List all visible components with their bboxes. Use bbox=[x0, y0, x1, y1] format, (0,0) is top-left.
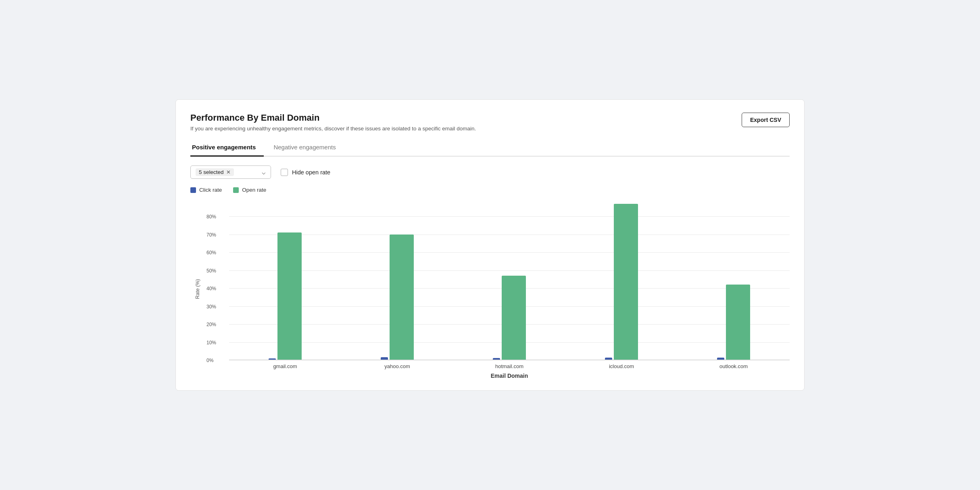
domain-dropdown[interactable]: 5 selected ✕ ⌵ bbox=[190, 165, 271, 179]
bar-group bbox=[693, 199, 774, 360]
grid-label: 30% bbox=[206, 304, 216, 310]
hide-open-rate-checkbox[interactable] bbox=[281, 169, 288, 176]
bar-pair bbox=[605, 199, 638, 360]
open-rate-bar bbox=[614, 204, 638, 360]
baseline bbox=[229, 360, 790, 360]
open-rate-label: Open rate bbox=[242, 187, 266, 193]
bars-row bbox=[229, 199, 790, 360]
grid-label: 0% bbox=[206, 358, 213, 363]
chart-legend: Click rate Open rate bbox=[190, 187, 790, 193]
card-title: Performance By Email Domain bbox=[190, 113, 476, 123]
grid-line: 0% bbox=[229, 360, 790, 360]
open-rate-bar bbox=[277, 232, 302, 360]
open-rate-bar bbox=[726, 285, 750, 360]
x-axis-domain-label: yahoo.com bbox=[341, 363, 453, 369]
bar-group bbox=[245, 199, 325, 360]
bar-pair bbox=[381, 199, 414, 360]
chart-inner: 80%70%60%50%40%30%20%10%0% gmail.comyaho… bbox=[205, 199, 790, 379]
selected-badge: 5 selected ✕ bbox=[196, 168, 234, 176]
y-axis-label: Rate (%) bbox=[195, 279, 200, 299]
bar-group bbox=[581, 199, 662, 360]
hide-open-rate-toggle[interactable]: Hide open rate bbox=[281, 169, 330, 176]
performance-card: Performance By Email Domain If you are e… bbox=[175, 99, 805, 391]
x-axis-domain-label: icloud.com bbox=[565, 363, 678, 369]
grid-label: 80% bbox=[206, 214, 216, 220]
hide-open-rate-label: Hide open rate bbox=[292, 169, 330, 176]
bar-group bbox=[469, 199, 550, 360]
controls-row: 5 selected ✕ ⌵ Hide open rate bbox=[190, 165, 790, 179]
export-csv-button[interactable]: Export CSV bbox=[742, 113, 790, 127]
grid-label: 20% bbox=[206, 322, 216, 327]
clear-selection-icon[interactable]: ✕ bbox=[226, 169, 231, 175]
card-title-area: Performance By Email Domain If you are e… bbox=[190, 113, 476, 132]
click-rate-color-swatch bbox=[190, 187, 196, 193]
open-rate-color-swatch bbox=[233, 187, 239, 193]
card-subtitle: If you are experiencing unhealthy engage… bbox=[190, 126, 476, 132]
bar-group bbox=[357, 199, 438, 360]
x-axis-domain-label: hotmail.com bbox=[453, 363, 565, 369]
bar-pair bbox=[493, 199, 526, 360]
chart-area: Rate (%) 80%70%60%50%40%30%20%10%0% gmai… bbox=[190, 199, 790, 379]
x-axis: gmail.comyahoo.comhotmail.comicloud.como… bbox=[205, 363, 790, 369]
open-rate-bar bbox=[502, 276, 526, 360]
card-header: Performance By Email Domain If you are e… bbox=[190, 113, 790, 132]
bar-pair bbox=[717, 199, 750, 360]
selected-count: 5 selected bbox=[199, 169, 224, 175]
grid-label: 60% bbox=[206, 250, 216, 255]
x-axis-domain-label: outlook.com bbox=[678, 363, 790, 369]
grid-label: 40% bbox=[206, 286, 216, 291]
tab-positive-engagements[interactable]: Positive engagements bbox=[190, 140, 264, 157]
legend-open-rate: Open rate bbox=[233, 187, 266, 193]
click-rate-label: Click rate bbox=[199, 187, 222, 193]
x-axis-title: Email Domain bbox=[205, 373, 790, 379]
grid-label: 10% bbox=[206, 340, 216, 346]
legend-click-rate: Click rate bbox=[190, 187, 222, 193]
grid-and-bars: 80%70%60%50%40%30%20%10%0% bbox=[205, 199, 790, 360]
tab-bar: Positive engagements Negative engagement… bbox=[190, 140, 790, 157]
tab-negative-engagements[interactable]: Negative engagements bbox=[272, 140, 344, 157]
open-rate-bar bbox=[390, 235, 414, 360]
y-axis-label-container: Rate (%) bbox=[190, 199, 205, 379]
x-axis-domain-label: gmail.com bbox=[229, 363, 341, 369]
grid-label: 50% bbox=[206, 268, 216, 274]
bar-pair bbox=[269, 199, 302, 360]
chart-container: Rate (%) 80%70%60%50%40%30%20%10%0% gmai… bbox=[190, 199, 790, 379]
chevron-down-icon: ⌵ bbox=[262, 168, 266, 176]
grid-label: 70% bbox=[206, 232, 216, 238]
